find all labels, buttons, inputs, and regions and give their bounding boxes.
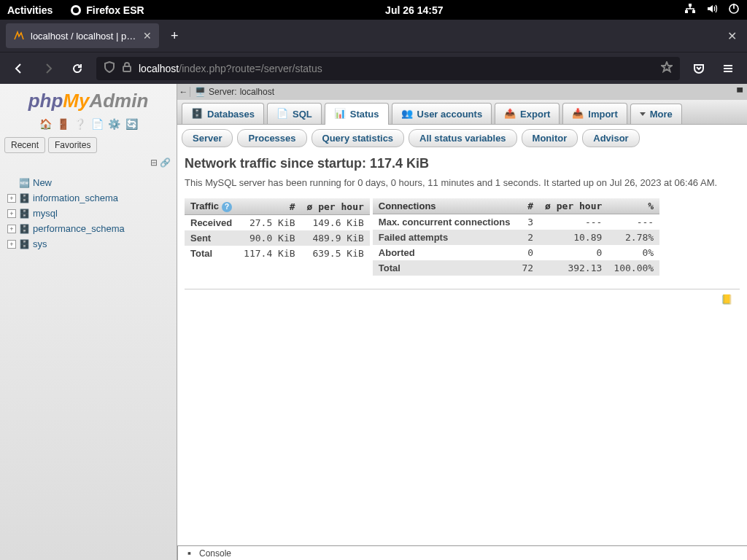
expander-icon[interactable]: + [7,209,16,218]
breadcrumb-server-label: Server: [209,87,237,97]
network-icon[interactable] [684,3,696,17]
svg-point-1 [73,7,79,13]
forward-button [38,58,58,79]
subtab-advisor[interactable]: Advisor [582,129,639,147]
tab-sql[interactable]: 📄SQL [267,103,322,124]
table-row: Aborted000% [373,245,659,260]
phpmyadmin-logo[interactable]: phpMyAdmin [0,84,177,115]
traffic-header-perhour: ø per hour [301,198,370,215]
tab-more[interactable]: More [630,104,682,124]
logo-part-admin: Admin [89,90,148,112]
recent-tab[interactable]: Recent [4,137,45,153]
url-path: /index.php?route=/server/status [179,63,322,74]
table-row: Failed attempts210.892.78% [373,230,659,245]
console-icon: ▪️ [184,548,195,559]
docs-icon[interactable]: ❔ [74,118,85,130]
tab-close-icon[interactable]: ✕ [143,30,152,42]
table-row: Received27.5 KiB149.6 KiB [185,215,370,231]
status-icon: 📊 [334,108,346,120]
activities-button[interactable]: Activities [7,4,53,16]
users-icon: 👥 [401,108,413,120]
main-panel: ← 🖥️ Server: localhost ▀ 🗄️Databases 📄SQ… [177,84,747,560]
nav-back-icon[interactable]: ← [177,87,190,97]
table-row: Total117.4 KiB639.5 KiB [185,246,370,261]
sql-tab-icon: 📄 [276,108,288,120]
hamburger-menu-button[interactable] [718,58,738,79]
tree-db-item[interactable]: + 🗄️ information_schema [3,190,174,206]
traffic-header-num: # [238,198,301,215]
table-row: Sent90.0 KiB489.9 KiB [185,230,370,246]
tree-db-item[interactable]: + 🗄️ performance_schema [3,221,174,236]
tree-db-item[interactable]: + 🗄️ sys [3,236,174,252]
console-bar[interactable]: ▪️ Console [177,545,747,560]
subtab-query-statistics[interactable]: Query statistics [311,129,405,147]
conn-header-pct: % [608,198,659,214]
window-close-button[interactable]: ✕ [723,29,741,43]
expander-icon[interactable]: + [7,240,16,249]
subtab-processes[interactable]: Processes [237,129,306,147]
power-icon[interactable] [728,3,740,17]
back-button[interactable] [9,58,29,79]
subtab-monitor[interactable]: Monitor [522,129,578,147]
bookmark-page-icon[interactable]: 📒 [721,294,732,305]
link-icon[interactable]: 🔗 [160,158,171,168]
collapse-tree-icon[interactable]: ⊟ [150,158,158,168]
lock-icon[interactable] [121,61,133,75]
active-app-indicator[interactable]: Firefox ESR [70,4,144,16]
tab-export[interactable]: 📤Export [495,103,560,124]
logo-part-php: php [28,90,63,112]
breadcrumb-server-name: localhost [240,87,274,97]
tree-new-db[interactable]: 🆕 New [3,175,174,190]
tab-import[interactable]: 📥Import [562,103,627,124]
home-icon[interactable]: 🏠 [39,118,51,130]
svg-rect-4 [692,10,695,13]
database-tree: 🆕 New + 🗄️ information_schema + 🗄️ mysql… [0,169,177,257]
help-icon[interactable]: ? [222,202,232,212]
tree-new-label: New [33,177,52,188]
url-bar[interactable]: localhost/index.php?route=/server/status [96,57,680,80]
browser-tab-active[interactable]: localhost / localhost | php… ✕ [6,23,159,48]
pocket-button[interactable] [689,58,709,79]
browser-toolbar: localhost/index.php?route=/server/status [0,52,747,84]
tab-user-accounts[interactable]: 👥User accounts [392,103,492,124]
clock[interactable]: Jul 26 14:57 [144,4,684,16]
tab-status[interactable]: 📊Status [325,103,389,125]
page-heading: Network traffic since startup: 117.4 KiB [185,156,740,171]
svg-rect-2 [689,4,692,7]
collapse-topbar-icon[interactable]: ▀ [732,88,747,96]
databases-icon: 🗄️ [191,108,203,120]
subtab-all-status-variables[interactable]: All status variables [409,129,517,147]
logout-icon[interactable]: 🚪 [57,118,69,130]
sql-icon[interactable]: 📄 [91,118,103,130]
subtab-server[interactable]: Server [182,129,233,147]
phpmyadmin-favicon [13,30,25,42]
tree-db-label: performance_schema [33,223,125,234]
divider [185,289,740,289]
bookmark-star-icon[interactable] [661,61,673,75]
favorites-tab[interactable]: Favorites [48,137,97,153]
nav-icon-row: 🏠 🚪 ❔ 📄 ⚙️ 🔄 [0,115,177,134]
firefox-icon [70,4,82,16]
table-row: Total72392.13100.00% [373,260,659,276]
reload-button[interactable] [67,58,88,79]
expander-icon[interactable]: + [7,225,16,233]
settings-gear-icon[interactable]: ⚙️ [108,118,120,130]
expander-icon[interactable]: + [7,194,16,203]
new-tab-button[interactable]: + [165,28,185,44]
console-label: Console [199,548,231,559]
tree-db-label: sys [33,238,47,249]
shield-icon[interactable] [104,61,115,75]
breadcrumb-bar: ← 🖥️ Server: localhost ▀ [177,84,747,100]
volume-icon[interactable] [706,3,718,17]
chevron-down-icon [640,112,646,116]
url-text: localhost/index.php?route=/server/status [139,63,655,74]
tree-db-item[interactable]: + 🗄️ mysql [3,206,174,221]
traffic-header-name: Traffic? [185,198,238,215]
database-icon: 🗄️ [19,239,30,249]
tab-databases[interactable]: 🗄️Databases [182,103,264,124]
uptime-text: This MySQL server has been running for 0… [185,177,739,188]
reload-nav-icon[interactable]: 🔄 [125,118,137,130]
nav-sidebar: phpMyAdmin 🏠 🚪 ❔ 📄 ⚙️ 🔄 Recent Favorites… [0,84,177,560]
desktop-top-bar: Activities Firefox ESR Jul 26 14:57 [0,0,747,20]
breadcrumb-server[interactable]: 🖥️ Server: localhost [190,87,279,97]
